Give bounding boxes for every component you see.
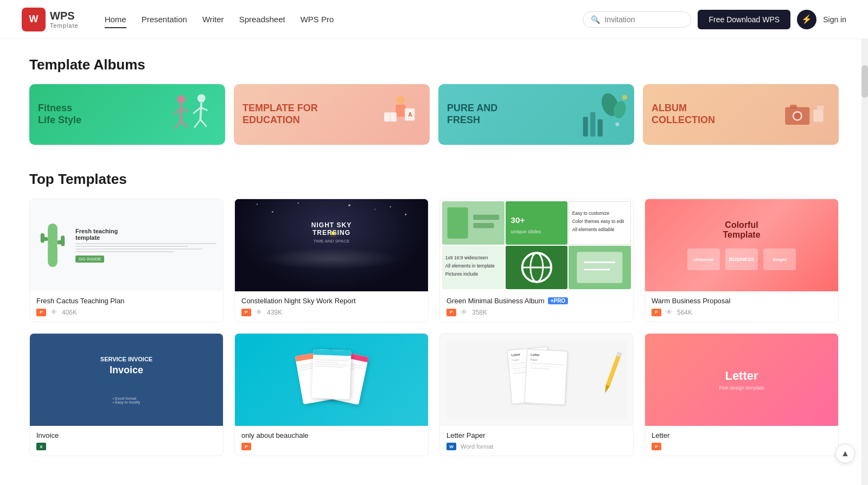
- template-name-green: Green Minimal Business Album +PRO: [446, 297, 627, 305]
- pencil-svg: [602, 351, 623, 394]
- template-card-nightsky[interactable]: NIGHT SKYTRERSING TIME AND SPACE: [234, 199, 429, 322]
- template-meta-pink-letter: P: [652, 443, 832, 450]
- logo[interactable]: W WPS Template: [22, 8, 79, 31]
- pink-letter-thumb-title: Letter: [719, 369, 764, 383]
- album-card-education[interactable]: TEMPLATE FOREDUCATION A: [234, 84, 430, 145]
- pro-badge-green: +PRO: [548, 297, 569, 304]
- logo-text: WPS Template: [50, 10, 79, 29]
- svg-text:A: A: [409, 111, 413, 118]
- stars-svg: [235, 199, 428, 291]
- signin-button[interactable]: Sign in: [823, 15, 846, 24]
- invoice-header-text: SERVICE INVOICE: [100, 356, 152, 362]
- views-green: 358K: [472, 309, 487, 316]
- scrollbar-thumb[interactable]: [861, 65, 868, 98]
- svg-rect-30: [816, 106, 824, 110]
- template-name-teal: only about beauchale: [241, 431, 422, 439]
- back-to-top-button[interactable]: ▲: [835, 444, 855, 463]
- svg-text:30+: 30+: [510, 215, 525, 225]
- svg-rect-46: [473, 223, 494, 228]
- nav-wps-pro[interactable]: WPS Pro: [301, 12, 334, 26]
- nav: Home Presentation Writer Spreadsheet WPS…: [105, 12, 334, 26]
- svg-rect-20: [583, 117, 588, 137]
- search-box[interactable]: 🔍: [583, 11, 691, 28]
- svg-point-37: [257, 204, 258, 205]
- template-meta-letter: W Word format: [446, 443, 627, 450]
- ppt-icon-green: P: [446, 309, 456, 316]
- template-card-pink-letter[interactable]: Letter Pink design template Letter P: [644, 333, 839, 456]
- svg-point-12: [397, 96, 405, 104]
- template-card-teal[interactable]: only about beauchale P: [234, 333, 429, 456]
- svg-line-3: [181, 109, 188, 112]
- svg-rect-29: [813, 110, 823, 122]
- warm-card-2: BUSINESS: [725, 248, 758, 270]
- template-name-warm: Warm Business Proposal: [652, 297, 832, 305]
- template-thumb-warm: ColorfulTemplate Universal BUSINESS Simp…: [645, 199, 838, 291]
- template-name-letter: Letter Paper: [446, 431, 627, 439]
- album-card-fitness[interactable]: FitnessLife Style: [29, 84, 225, 145]
- views-warm: 564K: [677, 309, 692, 316]
- svg-point-38: [272, 211, 273, 213]
- pure-decoration-svg: [537, 84, 635, 145]
- template-name-invoice: Invoice: [36, 431, 216, 439]
- template-card-invoice[interactable]: SERVICE INVOICE Invoice • Excel format• …: [29, 333, 224, 456]
- nav-writer[interactable]: Writer: [202, 12, 224, 26]
- eye-icon-green: 👁: [461, 308, 468, 316]
- pink-letter-thumb-sub: Pink design template: [719, 385, 764, 391]
- logo-template-label: Template: [50, 22, 79, 29]
- fitness-decoration-svg: [117, 84, 225, 145]
- nav-home[interactable]: Home: [105, 12, 126, 26]
- warm-card-3: Simple: [763, 248, 796, 270]
- svg-rect-28: [790, 105, 797, 109]
- svg-text:All elements editable: All elements editable: [572, 227, 615, 232]
- album-title-education: TEMPLATE FOREDUCATION: [242, 103, 318, 126]
- collection-decoration-svg: [741, 84, 839, 145]
- views-nightsky: 439K: [267, 309, 282, 316]
- template-card-green[interactable]: 30+ unique slides Easy to customize Colo…: [439, 199, 634, 322]
- template-meta-teal: P: [241, 443, 422, 450]
- search-input[interactable]: [604, 15, 680, 24]
- nav-spreadsheet[interactable]: Spreadsheet: [239, 12, 285, 26]
- logo-wps-label: WPS: [50, 10, 79, 22]
- nav-presentation[interactable]: Presentation: [142, 12, 187, 26]
- template-card-letter[interactable]: Letter Paper Letter Paper: [439, 333, 634, 456]
- lightning-button[interactable]: ⚡: [797, 10, 816, 29]
- template-info-nightsky: Constellation Night Sky Work Report P 👁 …: [235, 291, 428, 322]
- template-meta-cactus: P 👁 406K: [36, 308, 216, 316]
- albums-section-title: Template Albums: [29, 56, 839, 73]
- warm-card-1: Universal: [687, 248, 720, 270]
- svg-point-40: [405, 214, 407, 215]
- letter-subtitle: Word format: [461, 443, 493, 450]
- template-info-pink-letter: Letter P: [645, 426, 838, 456]
- album-card-pure[interactable]: PURE ANDFRESH: [438, 84, 634, 145]
- template-meta-green: P 👁 358K: [446, 308, 627, 316]
- template-name-nightsky: Constellation Night Sky Work Report: [241, 297, 422, 305]
- ppt-icon-nightsky: P: [241, 309, 251, 316]
- download-button[interactable]: Free Download WPS: [698, 10, 790, 29]
- logo-icon: W: [22, 8, 46, 31]
- svg-point-42: [374, 209, 375, 210]
- template-name-cactus: Fresh Cactus Teaching Plan: [36, 297, 216, 305]
- svg-line-5: [181, 120, 187, 127]
- template-card-cactus[interactable]: Fresh teachingtemplate GO INSIDE Fresh C…: [29, 199, 224, 322]
- album-title-pure: PURE ANDFRESH: [447, 103, 497, 126]
- template-thumb-invoice: SERVICE INVOICE Invoice • Excel format• …: [30, 334, 223, 426]
- template-meta-invoice: X: [36, 443, 216, 450]
- svg-rect-58: [577, 252, 623, 283]
- ppt-icon-teal: P: [241, 443, 251, 450]
- template-info-cactus: Fresh Cactus Teaching Plan P 👁 406K: [30, 291, 223, 322]
- album-title-collection: ALBUMCOLLECTION: [652, 103, 715, 126]
- svg-marker-62: [603, 385, 610, 394]
- template-card-warm[interactable]: ColorfulTemplate Universal BUSINESS Simp…: [644, 199, 839, 322]
- svg-text:Easy to customize: Easy to customize: [572, 210, 610, 216]
- scrollbar[interactable]: [861, 0, 868, 474]
- svg-line-4: [175, 120, 181, 129]
- svg-rect-35: [61, 235, 65, 246]
- template-grid-row2: SERVICE INVOICE Invoice • Excel format• …: [29, 333, 839, 456]
- svg-rect-22: [597, 119, 602, 137]
- education-decoration-svg: A: [347, 84, 430, 145]
- svg-text:Color themes easy to edit: Color themes easy to edit: [572, 219, 624, 224]
- template-info-letter: Letter Paper W Word format: [440, 426, 633, 456]
- doc-icon-letter: W: [446, 443, 456, 450]
- album-card-collection[interactable]: ALBUMCOLLECTION: [643, 84, 839, 145]
- template-thumb-green: 30+ unique slides Easy to customize Colo…: [440, 199, 633, 291]
